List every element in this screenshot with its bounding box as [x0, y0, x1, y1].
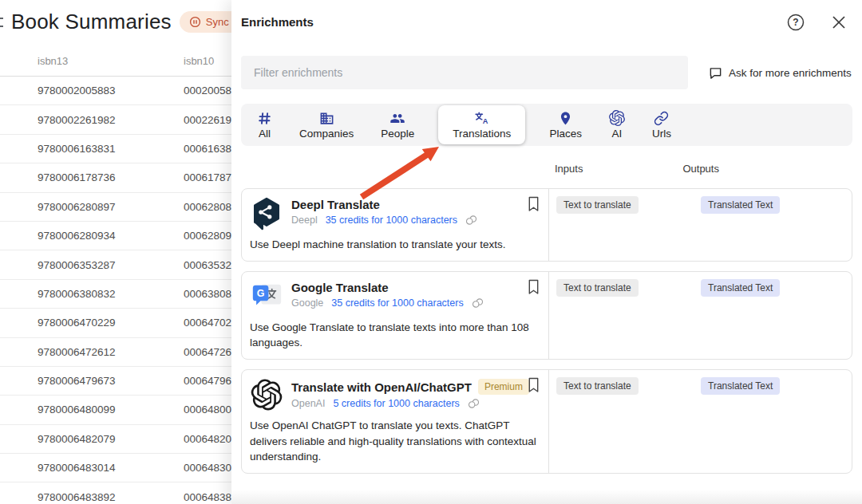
- output-chip: Translated Text: [701, 279, 780, 297]
- column-header-isbn10[interactable]: isbn10: [146, 55, 214, 67]
- enrichment-title: Google Translate: [291, 281, 389, 294]
- category-tabs: All Companies People: [241, 104, 852, 146]
- enrichment-title: Deepl Translate: [291, 198, 380, 211]
- isbn13-cell: 9780002261982: [0, 114, 146, 126]
- tab-urls[interactable]: Urls: [649, 104, 674, 146]
- enrichment-card-google-translate[interactable]: G Google Translate Google 35 credits for…: [241, 271, 852, 360]
- sidebar-toggle-icon[interactable]: [0, 18, 3, 27]
- isbn13-cell: 9780006482079: [0, 433, 146, 445]
- ask-more-label: Ask for more enrichments: [729, 67, 852, 79]
- isbn13-cell: 9780006178736: [0, 171, 146, 183]
- svg-text:?: ?: [793, 17, 798, 28]
- isbn13-cell: 9780006480099: [0, 404, 146, 415]
- bookmark-button[interactable]: [527, 279, 540, 298]
- tab-label: Urls: [652, 128, 671, 140]
- isbn10-cell: 0006353287: [146, 259, 243, 271]
- link-icon: [654, 111, 669, 126]
- isbn10-cell: 0006483014: [146, 462, 243, 474]
- input-chip: Text to translate: [556, 279, 639, 297]
- card-info: G Google Translate Google 35 credits for…: [242, 272, 548, 359]
- isbn10-cell: 0006380832: [146, 288, 243, 300]
- pause-circle-icon: [189, 16, 201, 28]
- enrichment-description: Use Deepl machine translation to transla…: [250, 237, 537, 252]
- bookmark-icon: [527, 377, 540, 393]
- column-header-isbn13[interactable]: isbn13: [0, 55, 146, 67]
- tab-label: AI: [612, 128, 623, 140]
- card-info: Deepl Translate Deepl 35 credits for 100…: [242, 189, 548, 261]
- drawer-title: Enrichments: [241, 15, 314, 29]
- isbn10-cell: 0002261982: [146, 114, 243, 126]
- isbn10-cell: 0006178736: [146, 171, 243, 183]
- isbn13-cell: 9780006472612: [0, 346, 146, 358]
- isbn13-cell: 9780006163831: [0, 143, 146, 155]
- tab-label: All: [259, 128, 271, 140]
- tab-translations[interactable]: A Translations: [438, 105, 525, 144]
- isbn10-cell: 0006480099: [146, 404, 243, 415]
- tab-places[interactable]: Places: [546, 104, 585, 146]
- people-icon: [389, 111, 405, 126]
- isbn13-cell: 9780006280934: [0, 230, 146, 242]
- isbn10-cell: 0006479673: [146, 375, 243, 387]
- card-info: Translate with OpenAI/ChatGPT Premium Op…: [242, 370, 548, 472]
- bookmark-icon: [527, 196, 540, 212]
- chat-bubble-icon: [709, 66, 722, 80]
- bookmark-button[interactable]: [527, 196, 540, 215]
- enrichment-title: Translate with OpenAI/ChatGPT: [291, 380, 472, 394]
- isbn13-cell: 9780002005883: [0, 85, 146, 96]
- isbn13-cell: 9780006483892: [0, 491, 146, 503]
- isbn13-cell: 9780006353287: [0, 259, 146, 271]
- translate-icon: A: [474, 110, 490, 126]
- help-icon: ?: [786, 13, 805, 32]
- enrichment-card-openai-chatgpt[interactable]: Translate with OpenAI/ChatGPT Premium Op…: [241, 369, 852, 473]
- provider-label: Deepl: [291, 215, 318, 226]
- bookmark-button[interactable]: [527, 377, 540, 396]
- hash-icon: [257, 111, 272, 126]
- filter-enrichments-input[interactable]: [241, 56, 688, 89]
- close-button[interactable]: [830, 14, 848, 31]
- page-header: Book Summaries Sync P: [11, 10, 248, 34]
- tab-ai[interactable]: AI: [606, 104, 628, 146]
- enrichment-description: Use Google Translate to translate texts …: [250, 320, 537, 350]
- outputs-header: Outputs: [682, 163, 719, 175]
- help-button[interactable]: ?: [786, 13, 805, 32]
- tab-people[interactable]: People: [378, 104, 417, 146]
- coins-icon: [472, 298, 484, 308]
- isbn10-cell: 0006472612: [146, 346, 243, 358]
- isbn10-cell: 0006163831: [146, 143, 243, 155]
- tab-label: Translations: [453, 128, 511, 140]
- isbn10-cell: 0006470229: [146, 317, 243, 329]
- isbn13-cell: 9780006483014: [0, 462, 146, 474]
- isbn10-cell: 0006483892: [146, 491, 243, 503]
- isbn13-cell: 9780006470229: [0, 317, 146, 329]
- page-title: Book Summaries: [11, 10, 172, 34]
- output-chip: Translated Text: [701, 196, 780, 214]
- output-chip: Translated Text: [701, 377, 780, 395]
- enrichments-drawer: Enrichments ? Ask for more enrichments: [231, 0, 862, 504]
- svg-text:G: G: [257, 288, 265, 299]
- tab-all[interactable]: All: [254, 104, 275, 146]
- app-window: Book Summaries Sync P isbn13 isbn10 9780…: [0, 0, 862, 504]
- isbn13-cell: 9780006280897: [0, 201, 146, 213]
- tab-companies[interactable]: Companies: [296, 104, 357, 146]
- isbn13-cell: 9780006479673: [0, 375, 146, 387]
- credits-link[interactable]: 5 credits for 1000 characters: [333, 398, 459, 409]
- enrichment-card-deepl[interactable]: Deepl Translate Deepl 35 credits for 100…: [241, 188, 852, 262]
- openai-logo: [250, 377, 283, 412]
- deepl-logo: [250, 196, 283, 231]
- premium-badge: Premium: [478, 379, 529, 395]
- isbn10-cell: 0006280934: [146, 230, 243, 242]
- credits-link[interactable]: 35 credits for 1000 characters: [326, 215, 457, 226]
- isbn13-cell: 9780006380832: [0, 288, 146, 300]
- map-pin-icon: [558, 111, 573, 126]
- tab-label: Companies: [299, 128, 354, 140]
- coins-icon: [465, 215, 477, 225]
- enrichment-list: Deepl Translate Deepl 35 credits for 100…: [241, 188, 852, 474]
- credits-link[interactable]: 35 credits for 1000 characters: [331, 297, 463, 309]
- input-chip: Text to translate: [556, 377, 639, 395]
- google-translate-logo: G: [250, 279, 283, 314]
- ask-more-enrichments-button[interactable]: Ask for more enrichments: [709, 56, 852, 89]
- io-column-headers: Inputs Outputs: [241, 163, 852, 175]
- bookmark-icon: [527, 279, 540, 295]
- svg-text:A: A: [483, 117, 488, 125]
- building-icon: [319, 111, 334, 126]
